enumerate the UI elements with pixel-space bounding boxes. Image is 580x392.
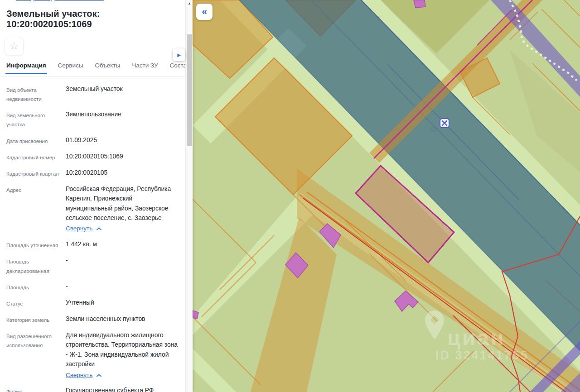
tabs-scroll-right-button[interactable]: ▶ [173,48,185,61]
field-label: Категория земель [6,314,59,325]
watermark-brand: циан [447,325,505,349]
tab-4[interactable]: Части ЗУ [132,62,158,74]
field-value: 01.09.2025 [66,135,97,146]
back-row: ←Назад к найденным объектам [0,0,185,2]
field-row: АдресРоссийская Федерация, Республика Ка… [6,184,183,234]
building-4 [414,0,425,8]
field-value: - [66,256,68,275]
field-label: Дата присвоения [6,135,59,146]
page-title: Земельный участок: 10:20:0020105:1069 [0,2,185,29]
field-value: 10:20:0020105:1069 [66,152,123,162]
scrollbar-up-arrow[interactable]: ▲ [186,1,193,5]
back-arrow-icon: ← [6,0,13,1]
field-row: Площадь- [6,282,183,292]
field-label: Вид объекта недвижимости [6,84,59,104]
watermark-id: ID 324141755 [435,349,529,362]
collapse-text-link[interactable]: Свернуть [66,371,102,380]
fields-list: Вид объекта недвижимостиЗемельный участо… [0,77,185,392]
tab-2[interactable]: Сервисы [58,62,83,74]
field-value: Земельный участок [66,84,123,104]
back-link[interactable]: ←Назад к найденным объектам [6,0,104,1]
field-label: Кадастровый квартал [6,168,59,178]
field-label: Форма собственности [6,386,59,392]
map-canvas[interactable]: циан ID 324141755 [193,0,580,392]
field-label: Вид земельного участка [6,110,59,129]
field-label: Вид разрешенного использования [6,330,59,380]
field-row: Вид разрешенного использованияДля индиви… [6,330,183,380]
panel-scrollbar[interactable]: ▲ [185,0,193,392]
collapse-panel-button[interactable]: « [196,4,213,20]
field-value: Для индивидуального жилищного строительс… [66,330,180,380]
tab-3[interactable]: Объекты [95,62,121,74]
map-area[interactable]: циан ID 324141755 « [193,0,580,392]
building-5 [193,311,198,319]
field-value: Российская Федерация, Республика Карелия… [66,184,180,234]
field-row: Кадастровый квартал10:20:0020105 [6,168,183,178]
app-window: циан ID 324141755 « ←Назад к найденным о… [0,0,580,392]
field-label: Адрес [6,184,59,234]
field-label: Площадь уточненная [6,239,59,250]
field-value: Учтенный [66,298,94,308]
chevron-up-icon [97,224,102,234]
scrollbar-thumb[interactable] [187,34,192,146]
field-value: - [66,282,68,292]
field-value: Земли населенных пунктов [66,314,145,325]
star-icon: ☆ [10,40,19,52]
info-panel: ←Назад к найденным объектам Земельный уч… [0,0,193,392]
field-row: Дата присвоения01.09.2025 [6,135,183,146]
tab-1[interactable]: Информация [6,62,46,74]
field-row: Вид объекта недвижимостиЗемельный участо… [6,84,183,104]
field-row: Категория земельЗемли населенных пунктов [6,314,183,325]
field-value: Землепользование [66,110,121,129]
field-row: Площадь уточненная1 442 кв. м [6,239,183,250]
chevron-up-icon [97,371,102,380]
field-label: Кадастровый номер [6,152,59,162]
field-row: Площадь декларированная- [6,256,183,275]
field-row: Форма собственностиГосударственная субъе… [6,386,183,392]
field-label: Площадь декларированная [6,256,59,275]
field-value: 10:20:0020105 [66,168,107,178]
field-value: 1 442 кв. м [66,239,97,250]
field-row: Вид земельного участкаЗемлепользование [6,110,183,129]
favorite-star-button[interactable]: ☆ [5,37,24,56]
collapse-text-link[interactable]: Свернуть [66,224,102,234]
tabs-bar: ИнформацияСервисыОбъектыЧасти ЗУСостав Е… [0,62,185,77]
field-row: СтатусУчтенный [6,298,183,308]
field-label: Площадь [6,282,59,292]
field-label: Статус [6,298,59,308]
tab-5[interactable]: Состав ЕЗП [170,62,185,74]
field-value: Государственная субъекта РФ [66,386,154,392]
field-row: Кадастровый номер10:20:0020105:1069 [6,152,183,162]
